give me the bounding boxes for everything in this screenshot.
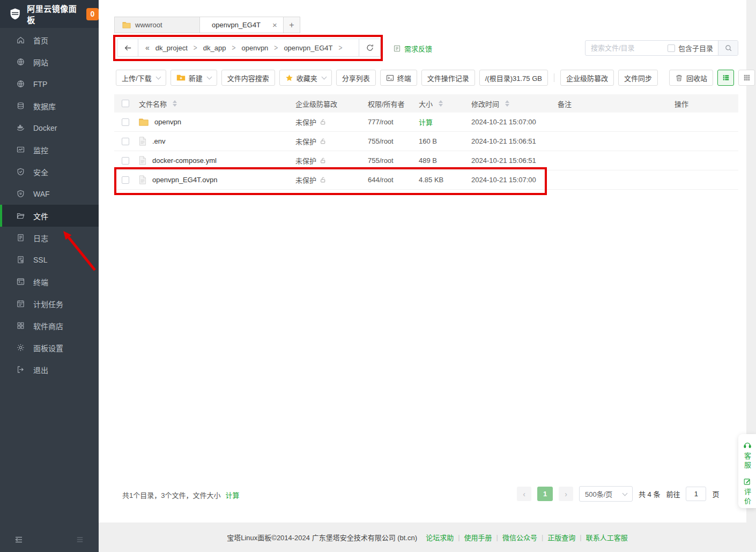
page-size-select[interactable]: 500条/页 [579,486,633,502]
notification-badge[interactable]: 0 [86,8,99,20]
calc-size-link[interactable]: 计算 [419,117,433,127]
footer-link-wechat[interactable]: 微信公众号 [502,532,537,542]
list-view-toggle[interactable] [717,70,734,86]
sidebar-item-security[interactable]: 安全 [0,161,99,183]
current-page-button[interactable]: 1 [537,487,553,501]
back-button[interactable] [117,39,138,56]
favorites-button[interactable]: 收藏夹 [279,70,332,86]
search-button[interactable] [718,41,738,55]
sidebar-item-ftp[interactable]: FTP [0,73,99,95]
sidebar-item-logs[interactable]: 日志 [0,227,99,249]
sidebar-item-ssl[interactable]: SSL [0,249,99,271]
sidebar-item-appstore[interactable]: 软件商店 [0,315,99,337]
sidebar-item-website[interactable]: 网站 [0,51,99,73]
tab-wwwroot[interactable]: wwwroot [114,17,200,33]
sidebar-item-monitor[interactable]: 监控 [0,139,99,161]
star-icon [285,74,293,82]
collapse-sidebar-icon[interactable] [14,535,24,544]
chevron-down-icon [206,74,212,80]
row-checkbox[interactable] [122,118,129,126]
sort-icon[interactable] [173,98,177,109]
feedback-link[interactable]: 需求反馈 [393,43,432,54]
sidebar-item-waf[interactable]: WAF [0,183,99,205]
row-checkbox[interactable] [122,157,129,165]
file-name[interactable]: openvpn [154,118,181,126]
breadcrumb-collapse[interactable]: « [145,43,150,52]
select-all-checkbox[interactable] [122,100,129,107]
sidebar-item-logout[interactable]: 退出 [0,359,99,381]
tamper-status: 未保护 [295,136,316,146]
breadcrumb-segment[interactable]: dk_app [203,44,226,52]
column-header-size[interactable]: 大小 [419,99,433,109]
customer-service-icon[interactable] [743,441,752,450]
sidebar-item-files[interactable]: 文件 [0,205,99,227]
table-row-highlighted[interactable]: openvpn_EG4T.ovpn 未保护 644/root 4.85 KB 2… [114,170,738,190]
upload-download-button[interactable]: 上传/下载 [116,70,166,86]
footer-link-forum[interactable]: 论坛求助 [426,532,454,542]
breadcrumb-segment[interactable]: dk_project [155,44,188,52]
table-row[interactable]: .env 未保护 755/root 160 B 2024-10-21 15:06… [114,132,738,151]
search-input[interactable] [585,44,668,52]
menu-list-icon[interactable] [75,535,85,544]
sidebar-item-docker[interactable]: Docker [0,117,99,139]
tab-openvpn-eg4t[interactable]: openvpn_EG4T × [200,17,284,33]
disk-usage-button[interactable]: /(根目录)31.75 GB [479,70,548,86]
rate-label[interactable]: 评价 [742,488,752,506]
table-row[interactable]: openvpn 未保护 777/root 计算 2024-10-21 15:07… [114,113,738,132]
sidebar-item-label: 退出 [33,364,48,375]
close-tab-icon[interactable]: × [272,20,277,29]
unlock-icon [320,138,327,145]
file-size: 160 B [419,137,437,145]
sidebar-item-home[interactable]: 首页 [0,29,99,51]
sidebar-item-database[interactable]: 数据库 [0,95,99,117]
tamper-proof-label: 企业级防篡改 [566,73,608,83]
file-op-log-button[interactable]: 文件操作记录 [421,70,475,86]
file-name[interactable]: docker-compose.yml [152,156,217,165]
breadcrumb-segment[interactable]: openvpn_EG4T [284,44,332,52]
tamper-proof-button[interactable]: 企业级防篡改 [560,70,614,86]
grid-view-toggle[interactable] [738,70,755,86]
arrow-left-icon [123,43,132,53]
terminal-button[interactable]: 终端 [380,70,417,86]
file-name[interactable]: .env [152,137,166,145]
sort-icon[interactable] [505,98,509,109]
terminal-label: 终端 [397,73,411,83]
content-search-button[interactable]: 文件内容搜索 [221,70,275,86]
sidebar-item-label: 监控 [33,145,48,155]
footer-link-license[interactable]: 正版查询 [547,532,575,542]
footer-separator: | [458,533,459,541]
sort-icon[interactable] [439,98,443,109]
column-header-name[interactable]: 文件名称 [139,99,167,109]
rate-edit-icon[interactable] [743,478,751,486]
column-header-ops: 操作 [675,99,688,109]
prev-page-button[interactable]: ‹ [517,487,531,501]
table-row[interactable]: docker-compose.yml 未保护 755/root 489 B 20… [114,151,738,170]
new-folder-icon [176,74,186,81]
breadcrumb-segment[interactable]: openvpn [241,44,268,52]
sidebar-item-terminal[interactable]: 终端 [0,271,99,293]
new-tab-button[interactable]: + [284,17,300,33]
next-page-button[interactable]: › [559,487,573,501]
refresh-button[interactable] [359,39,380,56]
goto-page-input[interactable] [686,487,706,501]
panel-logo-icon [9,7,21,21]
upload-download-label: 上传/下载 [122,73,152,83]
share-list-button[interactable]: 分享列表 [336,70,376,86]
file-sync-button[interactable]: 文件同步 [618,70,658,86]
include-subdir-option[interactable]: 包含子目录 [668,43,713,53]
include-subdir-checkbox[interactable] [668,44,675,52]
list-view-icon [722,74,730,81]
customer-service-label[interactable]: 客服 [742,452,752,471]
sidebar-item-cron[interactable]: 计划任务 [0,293,99,315]
file-size: 4.85 KB [419,176,443,184]
row-checkbox[interactable] [122,138,129,145]
recycle-bin-button[interactable]: 回收站 [669,70,713,86]
footer-link-manual[interactable]: 使用手册 [464,532,492,542]
column-header-mtime[interactable]: 修改时间 [471,99,499,109]
calc-total-size-link[interactable]: 计算 [225,490,239,500]
footer-link-support[interactable]: 联系人工客服 [586,532,628,542]
create-new-button[interactable]: 新建 [171,70,217,86]
file-name[interactable]: openvpn_EG4T.ovpn [152,176,217,184]
row-checkbox[interactable] [122,176,129,184]
sidebar-item-settings[interactable]: 面板设置 [0,337,99,359]
